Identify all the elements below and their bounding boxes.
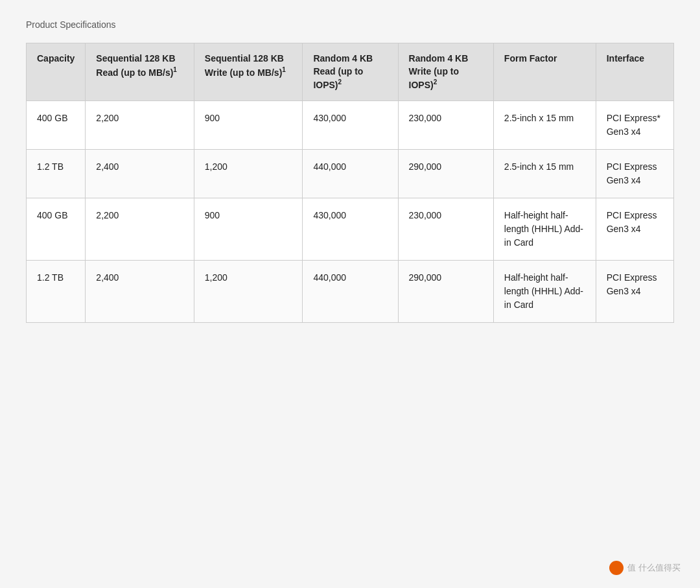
- watermark: 值 什么值得买: [609, 561, 681, 575]
- cell-row1-col4: 290,000: [398, 150, 493, 198]
- cell-row3-col4: 290,000: [398, 261, 493, 323]
- cell-row0-col6: PCI Express* Gen3 x4: [596, 101, 673, 150]
- specs-table: Capacity Sequential 128 KB Read (up to M…: [27, 43, 673, 322]
- cell-row0-col5: 2.5-inch x 15 mm: [493, 101, 596, 150]
- specs-table-wrapper: Capacity Sequential 128 KB Read (up to M…: [26, 43, 674, 323]
- cell-row3-col0: 1.2 TB: [27, 261, 86, 323]
- cell-row2-col2: 900: [194, 198, 303, 261]
- cell-row2-col3: 430,000: [303, 198, 398, 261]
- cell-row1-col1: 2,400: [86, 150, 194, 198]
- watermark-text: 值 什么值得买: [627, 562, 681, 574]
- cell-row1-col0: 1.2 TB: [27, 150, 86, 198]
- cell-row3-col6: PCI Express Gen3 x4: [596, 261, 673, 323]
- cell-row0-col0: 400 GB: [27, 101, 86, 150]
- cell-row1-col3: 440,000: [303, 150, 398, 198]
- header-interface: Interface: [596, 43, 673, 101]
- cell-row3-col3: 440,000: [303, 261, 398, 323]
- header-seq-write: Sequential 128 KB Write (up to MB/s)1: [194, 43, 303, 101]
- cell-row2-col1: 2,200: [86, 198, 194, 261]
- cell-row3-col1: 2,400: [86, 261, 194, 323]
- cell-row0-col4: 230,000: [398, 101, 493, 150]
- header-seq-read: Sequential 128 KB Read (up to MB/s)1: [86, 43, 194, 101]
- cell-row1-col5: 2.5-inch x 15 mm: [493, 150, 596, 198]
- header-form-factor: Form Factor: [493, 43, 596, 101]
- header-capacity: Capacity: [27, 43, 86, 101]
- cell-row0-col3: 430,000: [303, 101, 398, 150]
- table-row: 1.2 TB2,4001,200440,000290,0002.5-inch x…: [27, 150, 673, 198]
- cell-row2-col5: Half-height half-length (HHHL) Add-in Ca…: [493, 198, 596, 261]
- watermark-icon: [609, 561, 624, 575]
- table-header-row: Capacity Sequential 128 KB Read (up to M…: [27, 43, 673, 101]
- cell-row3-col2: 1,200: [194, 261, 303, 323]
- table-row: 400 GB2,200900430,000230,0002.5-inch x 1…: [27, 101, 673, 150]
- cell-row2-col6: PCI Express Gen3 x4: [596, 198, 673, 261]
- page-title: Product Specifications: [26, 19, 674, 30]
- header-rand-read: Random 4 KB Read (up to IOPS)2: [303, 43, 398, 101]
- cell-row0-col1: 2,200: [86, 101, 194, 150]
- cell-row1-col2: 1,200: [194, 150, 303, 198]
- header-rand-write: Random 4 KB Write (up to IOPS)2: [398, 43, 493, 101]
- table-row: 400 GB2,200900430,000230,000Half-height …: [27, 198, 673, 261]
- cell-row2-col4: 230,000: [398, 198, 493, 261]
- cell-row1-col6: PCI Express Gen3 x4: [596, 150, 673, 198]
- cell-row3-col5: Half-height half-length (HHHL) Add-in Ca…: [493, 261, 596, 323]
- cell-row0-col2: 900: [194, 101, 303, 150]
- table-row: 1.2 TB2,4001,200440,000290,000Half-heigh…: [27, 261, 673, 323]
- cell-row2-col0: 400 GB: [27, 198, 86, 261]
